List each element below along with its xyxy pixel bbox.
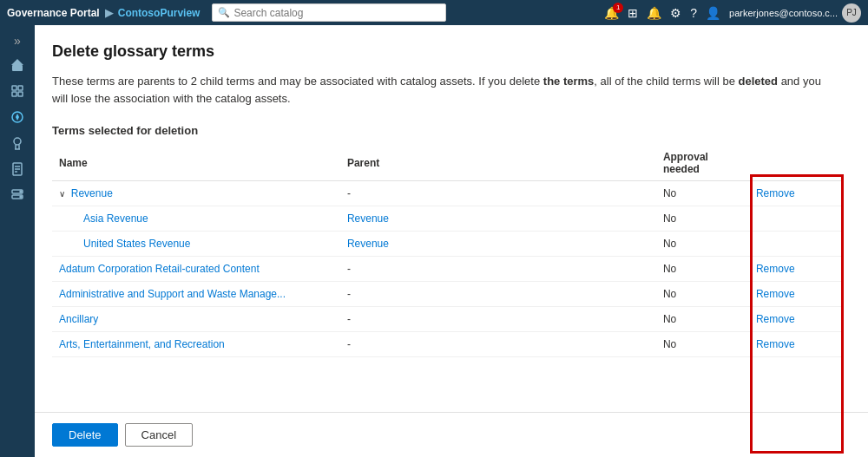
remove-button[interactable]: Remove <box>756 338 795 350</box>
table-header-row: Name Parent Approval needed <box>52 146 842 181</box>
search-box[interactable]: 🔍 <box>212 3 446 22</box>
avatar: PJ <box>842 3 861 23</box>
chevron-icon: ∨ <box>59 189 68 199</box>
sidebar-item-policy[interactable] <box>0 157 35 181</box>
col-header-name: Name <box>52 146 340 181</box>
brand-label: Governance Portal <box>7 7 100 19</box>
term-action-cell <box>749 206 842 232</box>
sidebar-item-management[interactable] <box>0 183 35 207</box>
term-approval: No <box>656 307 749 332</box>
table-row: ∨ Revenue-NoRemove <box>52 181 842 206</box>
content-area: Delete glossary terms These terms are pa… <box>35 25 868 457</box>
term-approval: No <box>656 232 749 257</box>
feedback-icon[interactable]: 👤 <box>706 6 720 20</box>
term-name-link[interactable]: Asia Revenue <box>83 212 148 225</box>
description-text: These terms are parents to 2 child terms… <box>52 73 833 107</box>
term-parent: - <box>340 332 656 357</box>
terms-table: Name Parent Approval needed ∨ Revenue-No… <box>52 146 842 357</box>
term-action-cell <box>749 232 842 257</box>
footer-actions: Delete Cancel <box>35 412 868 457</box>
term-action-cell: Remove <box>749 307 842 332</box>
term-parent: - <box>340 181 656 206</box>
table-row: United States RevenueRevenueNo <box>52 232 842 257</box>
svg-rect-3 <box>18 86 23 90</box>
main-layout: » Delete glossary terms These terms are … <box>0 25 868 457</box>
table-row: Ancillary-NoRemove <box>52 307 842 332</box>
term-name-link[interactable]: Adatum Corporation Retail-curated Conten… <box>59 263 260 275</box>
user-area[interactable]: parkerjones@contoso.c... PJ <box>729 3 861 23</box>
table-row: Administrative and Support and Waste Man… <box>52 282 842 307</box>
search-input[interactable] <box>233 7 440 19</box>
svg-marker-1 <box>11 59 23 65</box>
search-icon: 🔍 <box>218 7 230 18</box>
term-name-link[interactable]: Administrative and Support and Waste Man… <box>59 288 286 300</box>
delete-button[interactable]: Delete <box>52 423 118 447</box>
svg-rect-4 <box>12 92 16 96</box>
term-approval: No <box>656 181 749 206</box>
term-name-link[interactable]: Revenue <box>71 187 113 199</box>
parent-link[interactable]: Revenue <box>347 212 389 225</box>
col-header-action <box>749 146 842 181</box>
term-name-link[interactable]: Ancillary <box>59 313 98 325</box>
term-approval: No <box>656 332 749 357</box>
section-title: Terms selected for deletion <box>52 124 842 137</box>
svg-rect-5 <box>18 92 23 96</box>
term-parent: - <box>340 282 656 307</box>
term-approval: No <box>656 206 749 232</box>
table-row: Adatum Corporation Retail-curated Conten… <box>52 257 842 282</box>
term-approval: No <box>656 257 749 282</box>
sidebar-item-glossary[interactable] <box>0 105 35 129</box>
table-row: Arts, Entertainment, and Recreation-NoRe… <box>52 332 842 357</box>
page-title: Delete glossary terms <box>52 42 842 61</box>
remove-button[interactable]: Remove <box>756 263 795 275</box>
term-parent: Revenue <box>340 206 656 232</box>
terms-table-wrapper: Name Parent Approval needed ∨ Revenue-No… <box>52 146 842 357</box>
sidebar-item-catalog[interactable] <box>0 79 35 103</box>
term-parent: - <box>340 257 656 282</box>
remove-button[interactable]: Remove <box>756 313 795 325</box>
svg-point-7 <box>14 138 21 145</box>
remove-button[interactable]: Remove <box>756 187 795 199</box>
sidebar-item-insights[interactable] <box>0 131 35 155</box>
bell-icon[interactable]: 🔔 <box>647 6 661 20</box>
notification-badge: 1 <box>613 3 623 13</box>
svg-rect-2 <box>12 86 16 90</box>
desc-terms-bold: the terms <box>543 75 595 88</box>
svg-rect-0 <box>12 65 23 71</box>
user-name: parkerjones@contoso.c... <box>729 8 838 18</box>
nav-icons: 🔔1 ⊞ 🔔 ⚙ ? 👤 parkerjones@contoso.c... PJ <box>604 3 861 23</box>
svg-point-14 <box>20 191 22 193</box>
purview-label: ContosoPurview <box>118 7 201 19</box>
help-icon[interactable]: ? <box>690 6 697 20</box>
brand-area: Governance Portal ▶ ContosoPurview <box>7 7 200 19</box>
parent-link[interactable]: Revenue <box>347 238 389 250</box>
remove-button[interactable]: Remove <box>756 288 795 300</box>
term-action-cell: Remove <box>749 257 842 282</box>
apps-icon[interactable]: ⊞ <box>628 6 638 20</box>
sidebar-toggle[interactable]: » <box>0 30 35 51</box>
notification-icon[interactable]: 🔔1 <box>604 6 619 20</box>
top-navigation: Governance Portal ▶ ContosoPurview 🔍 🔔1 … <box>0 0 868 25</box>
term-parent: - <box>340 307 656 332</box>
table-row: Asia RevenueRevenueNo <box>52 206 842 232</box>
col-header-parent: Parent <box>340 146 656 181</box>
term-parent: Revenue <box>340 232 656 257</box>
term-name-link[interactable]: Arts, Entertainment, and Recreation <box>59 338 225 350</box>
desc-deleted-bold: deleted <box>739 75 779 88</box>
sidebar-item-home[interactable] <box>0 53 35 77</box>
term-action-cell: Remove <box>749 282 842 307</box>
desc-middle: , all of the child terms will be <box>594 75 738 88</box>
term-name-link[interactable]: United States Revenue <box>83 238 190 250</box>
breadcrumb-separator: ▶ <box>105 7 113 19</box>
cancel-button[interactable]: Cancel <box>125 423 193 447</box>
svg-point-15 <box>20 196 22 198</box>
sidebar: » <box>0 25 35 457</box>
col-header-approval: Approval needed <box>656 146 749 181</box>
term-approval: No <box>656 282 749 307</box>
term-action-cell: Remove <box>749 181 842 206</box>
desc-before: These terms are parents to 2 child terms… <box>52 75 543 88</box>
settings-icon[interactable]: ⚙ <box>670 6 681 20</box>
term-action-cell: Remove <box>749 332 842 357</box>
